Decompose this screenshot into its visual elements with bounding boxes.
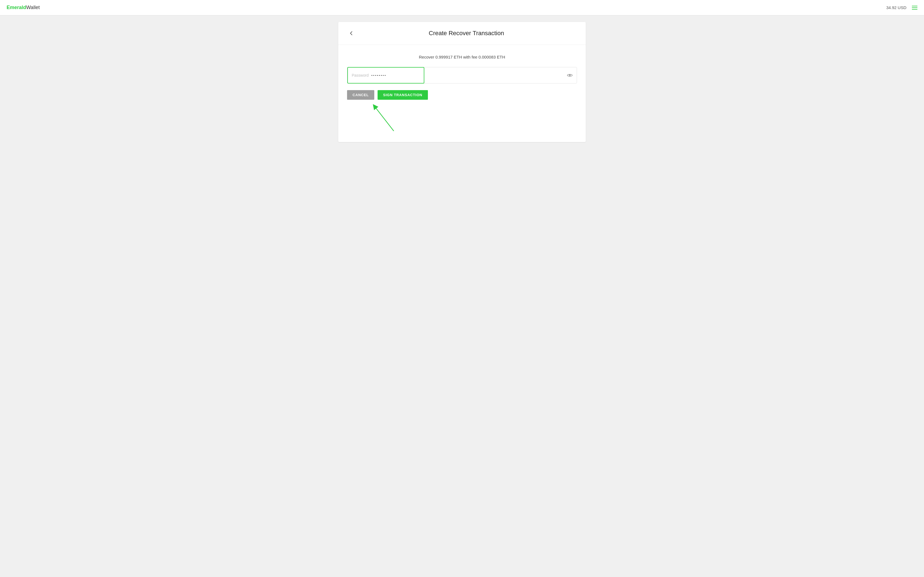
- arrow-annotation: [347, 101, 577, 131]
- password-dots: ••••••••: [371, 74, 386, 77]
- eye-icon: [567, 72, 573, 78]
- password-row: Password ••••••••: [347, 67, 577, 84]
- svg-line-3: [375, 106, 394, 131]
- arrow-svg: [369, 101, 405, 131]
- hamburger-line-1: [912, 6, 918, 6]
- card-body: Recover 0.999917 ETH with fee 0.000083 E…: [338, 45, 586, 142]
- recover-info-text: Recover 0.999917 ETH with fee 0.000083 E…: [347, 55, 577, 60]
- usd-value: 34.92 USD: [886, 5, 906, 10]
- back-button[interactable]: [347, 30, 356, 37]
- page-title: Create Recover Transaction: [356, 30, 577, 37]
- back-chevron-icon: [349, 31, 354, 35]
- toggle-password-button[interactable]: [567, 72, 573, 78]
- password-field[interactable]: Password ••••••••: [347, 67, 424, 84]
- hamburger-line-2: [912, 7, 918, 8]
- menu-icon[interactable]: [912, 6, 918, 10]
- main-content: Create Recover Transaction Recover 0.999…: [0, 15, 924, 149]
- hamburger-line-3: [912, 9, 918, 10]
- svg-point-1: [569, 75, 570, 76]
- app-header: Emerald Wallet 34.92 USD: [0, 0, 924, 15]
- password-label: Password: [352, 73, 368, 77]
- sign-transaction-button[interactable]: SIGN TRANSACTION: [378, 90, 428, 100]
- header-right: 34.92 USD: [886, 5, 918, 10]
- cancel-button[interactable]: CANCEL: [347, 90, 374, 100]
- logo-wallet: Wallet: [26, 5, 40, 10]
- app-logo: Emerald Wallet: [6, 5, 40, 10]
- card-header: Create Recover Transaction: [338, 22, 586, 45]
- buttons-row: CANCEL SIGN TRANSACTION: [347, 90, 577, 100]
- transaction-card: Create Recover Transaction Recover 0.999…: [338, 22, 586, 142]
- logo-emerald: Emerald: [6, 5, 26, 10]
